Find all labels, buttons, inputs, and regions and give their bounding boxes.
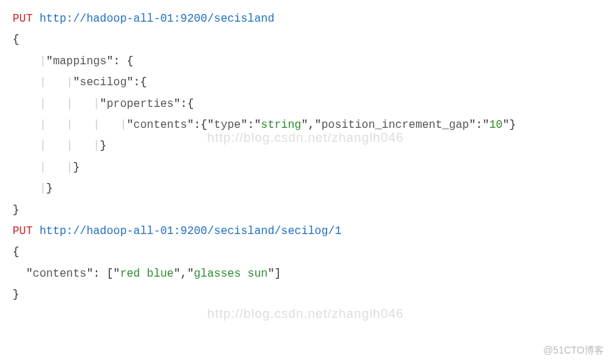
json-line: "contents": ["red blue","glasses sun"]	[13, 263, 598, 284]
http-method: PUT	[13, 225, 33, 238]
code-block-2: PUT http://hadoop-all-01:9200/secisland/…	[13, 221, 598, 306]
json-line: | | |}	[13, 136, 598, 156]
request-url: http://hadoop-all-01:9200/secisland/seci…	[39, 225, 341, 238]
watermark-corner: @51CTO博客	[543, 341, 604, 360]
json-line: | | | |"contents":{"type":"string","posi…	[13, 115, 598, 136]
http-method: PUT	[13, 13, 33, 25]
brace-close: }	[13, 200, 598, 221]
json-line: | |}	[13, 157, 598, 178]
json-line: |"mappings": {	[13, 51, 598, 72]
brace-open: {	[13, 29, 598, 50]
json-line: | | |"properties":{	[13, 94, 598, 115]
request-line-2: PUT http://hadoop-all-01:9200/secisland/…	[13, 221, 598, 242]
request-url: http://hadoop-all-01:9200/secisland	[39, 13, 274, 25]
json-line: |}	[13, 178, 598, 199]
code-block-1: PUT http://hadoop-all-01:9200/secisland …	[13, 8, 598, 221]
json-line: | |"secilog":{	[13, 72, 598, 93]
request-line-1: PUT http://hadoop-all-01:9200/secisland	[13, 8, 598, 29]
brace-close: }	[13, 284, 598, 305]
brace-open: {	[13, 242, 598, 263]
